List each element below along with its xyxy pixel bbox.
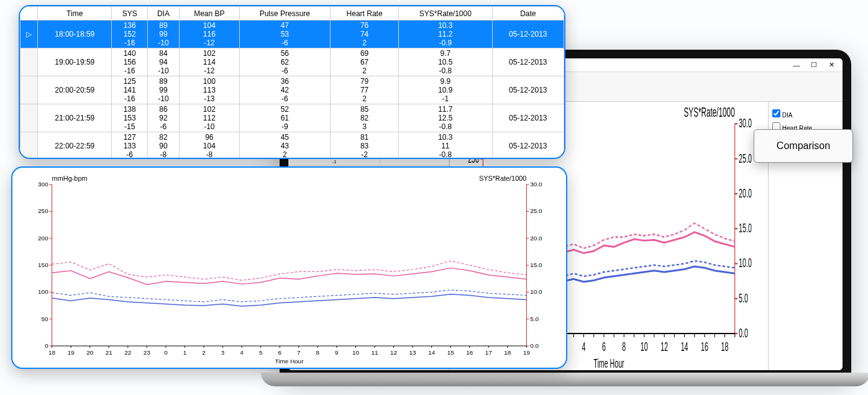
column-header[interactable]: Heart Rate <box>331 7 399 20</box>
svg-text:0.0: 0.0 <box>530 342 539 349</box>
svg-text:22: 22 <box>124 349 132 356</box>
comparison-button[interactable]: Comparison <box>754 129 853 163</box>
svg-text:16: 16 <box>701 340 708 353</box>
window-close-button[interactable]: ✕ <box>823 61 840 69</box>
table-row[interactable]: 19:00-19:59140156-168494-10102114-125662… <box>21 48 564 76</box>
svg-text:8: 8 <box>622 340 626 353</box>
svg-text:14: 14 <box>428 349 436 356</box>
svg-text:10.0: 10.0 <box>739 257 752 270</box>
svg-text:250: 250 <box>38 207 48 214</box>
svg-text:30.0: 30.0 <box>530 181 542 188</box>
svg-text:19: 19 <box>523 349 531 356</box>
svg-text:15.0: 15.0 <box>530 261 542 268</box>
svg-text:2: 2 <box>202 349 206 356</box>
table-row[interactable]: 22:00-22:59127133-68290-896104-845432818… <box>21 132 564 160</box>
svg-text:20: 20 <box>86 349 94 356</box>
svg-text:7: 7 <box>297 349 301 356</box>
column-header[interactable]: SYS <box>112 7 147 20</box>
column-header[interactable]: Pulse Pressure <box>239 7 330 20</box>
svg-text:14: 14 <box>681 340 688 353</box>
svg-text:25.0: 25.0 <box>739 152 752 165</box>
data-table[interactable]: TimeSYSDIAMean BPPulse PressureHeart Rat… <box>20 6 564 159</box>
laptop-base <box>261 373 868 386</box>
svg-text:0.0: 0.0 <box>739 327 748 340</box>
svg-text:100: 100 <box>38 288 48 295</box>
svg-text:13: 13 <box>409 349 417 356</box>
svg-text:15: 15 <box>447 349 455 356</box>
column-header[interactable] <box>21 7 38 20</box>
svg-text:23: 23 <box>144 349 151 356</box>
svg-text:SYS*Rate/1000: SYS*Rate/1000 <box>684 104 735 120</box>
column-header[interactable]: SYS*Rate/1000 <box>399 7 492 20</box>
svg-text:17: 17 <box>485 349 493 356</box>
svg-text:0: 0 <box>164 349 168 356</box>
window-max-button[interactable]: ☐ <box>805 61 823 69</box>
svg-text:18: 18 <box>504 349 511 356</box>
svg-text:5: 5 <box>259 349 263 356</box>
svg-text:1: 1 <box>183 349 187 356</box>
svg-text:5.0: 5.0 <box>530 316 539 322</box>
svg-text:6: 6 <box>278 349 281 356</box>
window-min-button[interactable]: — <box>788 61 805 69</box>
bp-chart: mmHg-bpmSYS*Rate/10000501001502002503000… <box>21 173 557 365</box>
svg-text:12: 12 <box>390 349 398 356</box>
svg-text:150: 150 <box>38 261 48 268</box>
svg-text:20.0: 20.0 <box>739 186 752 199</box>
svg-text:10.0: 10.0 <box>530 288 542 295</box>
svg-text:mmHg-bpm: mmHg-bpm <box>52 175 88 182</box>
svg-text:10: 10 <box>352 349 360 356</box>
svg-text:SYS*Rate/1000: SYS*Rate/1000 <box>479 175 526 182</box>
svg-text:10: 10 <box>641 340 648 353</box>
svg-text:19: 19 <box>68 349 75 356</box>
svg-text:5.0: 5.0 <box>739 291 748 304</box>
svg-text:50: 50 <box>42 316 49 322</box>
svg-text:Time Hour: Time Hour <box>275 358 304 365</box>
svg-text:4: 4 <box>240 349 244 356</box>
svg-text:300: 300 <box>38 181 48 188</box>
svg-text:16: 16 <box>466 349 473 356</box>
table-row[interactable]: 20:00-20:59125141-168999-10100113-133642… <box>21 76 564 104</box>
svg-text:25.0: 25.0 <box>530 207 542 214</box>
svg-text:6: 6 <box>602 340 606 353</box>
svg-text:18: 18 <box>721 340 729 353</box>
column-header[interactable]: Date <box>492 7 564 20</box>
chart-panel: mmHg-bpmSYS*Rate/10000501001502002503000… <box>11 166 567 369</box>
svg-text:8: 8 <box>316 349 320 356</box>
svg-text:30.0: 30.0 <box>739 117 752 130</box>
svg-text:21: 21 <box>106 349 113 356</box>
column-header[interactable]: Mean BP <box>180 7 240 20</box>
table-row[interactable]: ▷18:00-18:59136152-168999-10104116-12475… <box>21 20 564 48</box>
svg-text:0: 0 <box>45 342 48 349</box>
svg-text:15.0: 15.0 <box>739 222 752 235</box>
svg-text:12: 12 <box>660 340 668 353</box>
svg-text:4: 4 <box>582 340 585 353</box>
data-table-panel: TimeSYSDIAMean BPPulse PressureHeart Rat… <box>19 5 565 159</box>
svg-text:20.0: 20.0 <box>530 235 542 242</box>
svg-text:11: 11 <box>371 349 378 356</box>
svg-text:3: 3 <box>221 349 225 356</box>
svg-text:Time Hour: Time Hour <box>593 357 624 370</box>
svg-text:18: 18 <box>48 349 56 356</box>
svg-text:9: 9 <box>335 349 339 356</box>
svg-text:200: 200 <box>38 235 48 242</box>
column-header[interactable]: Time <box>38 7 112 20</box>
table-row[interactable]: 21:00-21:59138153-158692-6102112-105261-… <box>21 104 564 132</box>
series-checkbox-0[interactable]: DIA <box>772 109 839 119</box>
column-header[interactable]: DIA <box>147 7 179 20</box>
